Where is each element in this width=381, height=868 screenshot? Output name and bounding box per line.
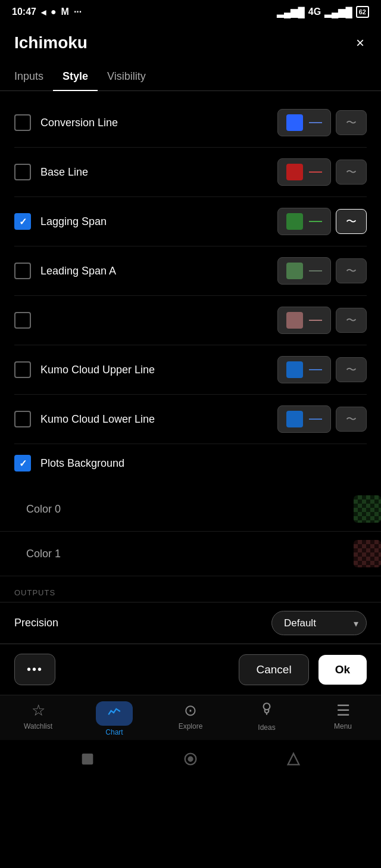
battery: 62 (356, 6, 369, 18)
base-line-checkbox[interactable] (14, 164, 31, 180)
more-button[interactable]: ••• (14, 654, 55, 685)
wave-icon: 〜 (346, 165, 357, 179)
watchlist-label: Watchlist (24, 722, 52, 730)
nav-menu[interactable]: ☰ Menu (305, 701, 381, 736)
color0-swatch[interactable] (354, 495, 381, 523)
lagging-span-indicator (309, 221, 322, 222)
tab-style[interactable]: Style (53, 65, 98, 91)
kumo-lower-indicator (309, 419, 322, 420)
kumo-upper-checkbox[interactable] (14, 361, 31, 378)
gmail-icon: M (61, 7, 69, 17)
style-content: Conversion Line 〜 Base Line 〜 Lagg (0, 93, 381, 487)
precision-select-wrapper: Default 0 1 2 3 4 (271, 611, 367, 635)
outputs-section-label: OUTPUTS (0, 576, 381, 602)
tab-visibility[interactable]: Visibility (98, 65, 155, 91)
android-recent-btn[interactable] (283, 748, 304, 770)
chart-icon (107, 705, 122, 723)
color1-label: Color 1 (26, 548, 354, 560)
leading-span-a-color-btn[interactable] (277, 257, 331, 285)
action-bar: ••• Cancel Ok (0, 644, 381, 695)
wave-icon: 〜 (346, 264, 357, 278)
status-right: ▂▄▆█ 4G ▂▄▆█ 62 (277, 6, 369, 18)
plots-background-row: Plots Background (14, 444, 367, 482)
android-nav-bar (0, 740, 381, 776)
precision-label: Precision (14, 617, 271, 629)
ok-button[interactable]: Ok (318, 655, 367, 685)
lagging-span-row: Lagging Span 〜 (14, 197, 367, 246)
kumo-lower-label: Kumo Cloud Lower Line (40, 413, 277, 426)
nav-watchlist[interactable]: ☆ Watchlist (0, 701, 76, 736)
location-icon: ◂ (41, 7, 46, 18)
unnamed-indicator (309, 320, 322, 321)
wave-icon: 〜 (346, 363, 357, 377)
kumo-lower-row: Kumo Cloud Lower Line 〜 (14, 395, 367, 444)
lagging-span-wave-btn[interactable]: 〜 (336, 209, 367, 234)
nav-ideas[interactable]: Ideas (229, 701, 305, 736)
base-line-swatch (286, 164, 303, 180)
time: 10:47 (12, 7, 36, 17)
lagging-span-checkbox[interactable] (14, 213, 31, 230)
menu-icon: ☰ (336, 701, 350, 720)
status-bar: 10:47 ◂ ● M ··· ▂▄▆█ 4G ▂▄▆█ 62 (0, 0, 381, 23)
conversion-line-wave-btn[interactable]: 〜 (336, 110, 367, 135)
watchlist-icon: ☆ (32, 701, 45, 720)
kumo-lower-checkbox[interactable] (14, 411, 31, 427)
ideas-icon (259, 701, 274, 721)
lagging-span-color-btn[interactable] (277, 208, 331, 235)
conversion-line-color-btn[interactable] (277, 109, 331, 136)
unnamed-checkbox[interactable] (14, 312, 31, 329)
base-line-row: Base Line 〜 (14, 148, 367, 197)
precision-row: Precision Default 0 1 2 3 4 (0, 602, 381, 644)
svg-rect-2 (82, 754, 93, 765)
unnamed-controls: 〜 (277, 307, 367, 334)
lagging-span-label: Lagging Span (40, 216, 277, 228)
android-home-btn[interactable] (180, 748, 201, 770)
nav-explore[interactable]: ⊙ Explore (152, 701, 229, 736)
wave-icon: 〜 (346, 115, 357, 130)
unnamed-wave-btn[interactable]: 〜 (336, 308, 367, 333)
kumo-lower-wave-btn[interactable]: 〜 (336, 407, 367, 432)
plots-background-label: Plots Background (40, 457, 367, 470)
kumo-upper-indicator (309, 369, 322, 370)
color0-row: Color 0 (0, 487, 381, 532)
leading-span-a-label: Leading Span A (40, 265, 277, 277)
precision-select[interactable]: Default 0 1 2 3 4 (271, 611, 367, 635)
leading-span-a-indicator (309, 270, 322, 271)
unnamed-color-btn[interactable] (277, 307, 331, 334)
conversion-line-checkbox[interactable] (14, 114, 31, 131)
page-title: Ichimoku (14, 33, 88, 52)
lagging-span-controls: 〜 (277, 208, 367, 235)
kumo-lower-color-btn[interactable] (277, 405, 331, 433)
close-button[interactable]: × (354, 32, 367, 54)
base-line-color-btn[interactable] (277, 158, 331, 186)
menu-label: Menu (334, 722, 352, 730)
plots-background-checkbox[interactable] (14, 455, 31, 472)
color0-label: Color 0 (26, 503, 354, 516)
leading-span-a-checkbox[interactable] (14, 263, 31, 279)
wifi-icon: ● (51, 7, 57, 17)
explore-label: Explore (179, 722, 203, 730)
android-back-btn[interactable] (77, 748, 98, 770)
unnamed-swatch (286, 312, 303, 329)
kumo-upper-wave-btn[interactable]: 〜 (336, 357, 367, 382)
conversion-line-controls: 〜 (277, 109, 367, 136)
svg-marker-5 (288, 754, 299, 765)
nav-chart[interactable]: Chart (76, 701, 152, 736)
svg-point-4 (188, 757, 192, 761)
kumo-upper-controls: 〜 (277, 356, 367, 383)
conversion-line-swatch (286, 114, 303, 131)
signal2-icon: ▂▄▆█ (324, 7, 352, 18)
kumo-upper-swatch (286, 361, 303, 378)
lagging-span-swatch (286, 213, 303, 230)
leading-span-a-controls: 〜 (277, 257, 367, 285)
kumo-upper-color-btn[interactable] (277, 356, 331, 383)
base-line-wave-btn[interactable]: 〜 (336, 160, 367, 185)
tabs-bar: Inputs Style Visibility (0, 65, 381, 91)
leading-span-a-wave-btn[interactable]: 〜 (336, 258, 367, 283)
color1-swatch[interactable] (354, 540, 381, 567)
bottom-nav: ☆ Watchlist Chart ⊙ Explore Ideas ☰ Menu (0, 695, 381, 740)
conversion-line-label: Conversion Line (40, 117, 277, 129)
kumo-upper-row: Kumo Cloud Upper Line 〜 (14, 345, 367, 395)
cancel-button[interactable]: Cancel (239, 654, 308, 685)
tab-inputs[interactable]: Inputs (14, 65, 53, 91)
